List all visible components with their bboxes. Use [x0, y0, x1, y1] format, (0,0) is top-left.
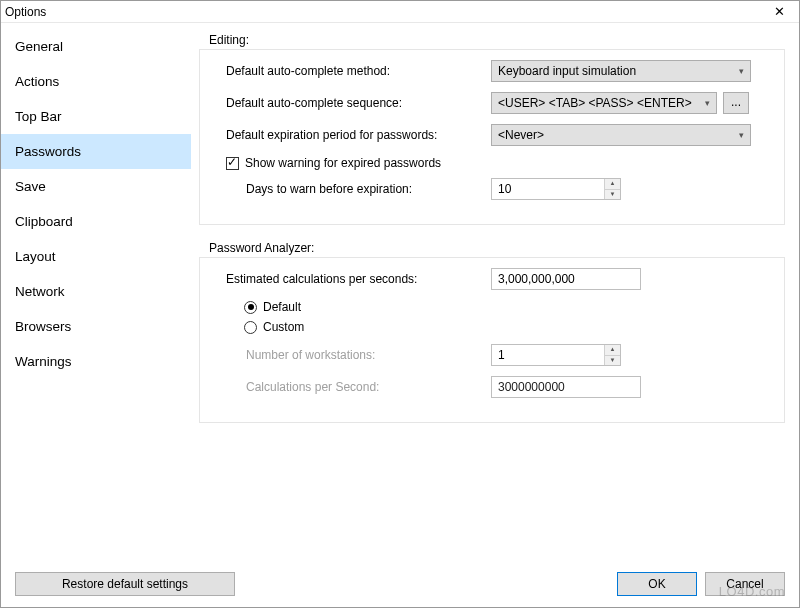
autocomplete-method-dropdown[interactable]: Keyboard input simulation ▾ — [491, 60, 751, 82]
row-show-warning: Show warning for expired passwords — [226, 156, 772, 170]
sidebar: General Actions Top Bar Passwords Save C… — [1, 23, 191, 561]
calc-input[interactable]: 3,000,000,000 — [491, 268, 641, 290]
radio-default-label: Default — [263, 300, 301, 314]
editing-group: Default auto-complete method: Keyboard i… — [199, 49, 785, 225]
days-warn-value: 10 — [492, 182, 604, 196]
sequence-ellipsis-button[interactable]: ... — [723, 92, 749, 114]
analyzer-group: Estimated calculations per seconds: 3,00… — [199, 257, 785, 423]
days-warn-input[interactable]: 10 ▲ ▼ — [491, 178, 621, 200]
row-autocomplete-sequence: Default auto-complete sequence: <USER> <… — [226, 92, 772, 114]
row-expiration: Default expiration period for passwords:… — [226, 124, 772, 146]
row-radio-custom: Custom — [244, 320, 772, 334]
sidebar-item-passwords[interactable]: Passwords — [1, 134, 191, 169]
sidebar-item-clipboard[interactable]: Clipboard — [1, 204, 191, 239]
radio-default[interactable] — [244, 301, 257, 314]
analyzer-heading: Password Analyzer: — [209, 241, 785, 255]
ok-button[interactable]: OK — [617, 572, 697, 596]
row-calc: Estimated calculations per seconds: 3,00… — [226, 268, 772, 290]
row-cps: Calculations per Second: 3000000000 — [226, 376, 772, 398]
sidebar-item-actions[interactable]: Actions — [1, 64, 191, 99]
calc-label: Estimated calculations per seconds: — [226, 272, 491, 286]
titlebar: Options ✕ — [1, 1, 799, 23]
row-radio-default: Default — [244, 300, 772, 314]
workstations-value: 1 — [492, 348, 604, 362]
restore-defaults-button[interactable]: Restore default settings — [15, 572, 235, 596]
sidebar-item-browsers[interactable]: Browsers — [1, 309, 191, 344]
spinner-down-icon[interactable]: ▼ — [605, 356, 620, 366]
cps-input[interactable]: 3000000000 — [491, 376, 641, 398]
autocomplete-method-label: Default auto-complete method: — [226, 64, 491, 78]
chevron-down-icon: ▾ — [705, 98, 710, 108]
calc-value: 3,000,000,000 — [492, 272, 640, 286]
spinner-down-icon[interactable]: ▼ — [605, 190, 620, 200]
spinner: ▲ ▼ — [604, 179, 620, 199]
sidebar-item-layout[interactable]: Layout — [1, 239, 191, 274]
radio-custom[interactable] — [244, 321, 257, 334]
days-warn-label: Days to warn before expiration: — [226, 182, 491, 196]
chevron-down-icon: ▾ — [739, 130, 744, 140]
sidebar-item-top-bar[interactable]: Top Bar — [1, 99, 191, 134]
dropdown-value: Keyboard input simulation — [498, 64, 636, 78]
sidebar-item-warnings[interactable]: Warnings — [1, 344, 191, 379]
expiration-dropdown[interactable]: <Never> ▾ — [491, 124, 751, 146]
cps-value: 3000000000 — [492, 380, 640, 394]
autocomplete-sequence-label: Default auto-complete sequence: — [226, 96, 491, 110]
show-warning-label: Show warning for expired passwords — [245, 156, 441, 170]
row-workstations: Number of workstations: 1 ▲ ▼ — [226, 344, 772, 366]
expiration-label: Default expiration period for passwords: — [226, 128, 491, 142]
show-warning-checkbox[interactable] — [226, 157, 239, 170]
dropdown-value: <USER> <TAB> <PASS> <ENTER> — [498, 96, 692, 110]
window-title: Options — [5, 5, 46, 19]
spinner: ▲ ▼ — [604, 345, 620, 365]
radio-custom-label: Custom — [263, 320, 304, 334]
workstations-label: Number of workstations: — [226, 348, 491, 362]
sidebar-item-general[interactable]: General — [1, 29, 191, 64]
spinner-up-icon[interactable]: ▲ — [605, 179, 620, 190]
sidebar-item-network[interactable]: Network — [1, 274, 191, 309]
editing-heading: Editing: — [209, 33, 785, 47]
row-days-warn: Days to warn before expiration: 10 ▲ ▼ — [226, 178, 772, 200]
content-area: General Actions Top Bar Passwords Save C… — [1, 23, 799, 561]
autocomplete-sequence-dropdown[interactable]: <USER> <TAB> <PASS> <ENTER> ▾ — [491, 92, 717, 114]
workstations-input[interactable]: 1 ▲ ▼ — [491, 344, 621, 366]
sidebar-item-save[interactable]: Save — [1, 169, 191, 204]
row-autocomplete-method: Default auto-complete method: Keyboard i… — [226, 60, 772, 82]
footer: Restore default settings OK Cancel — [1, 561, 799, 607]
spinner-up-icon[interactable]: ▲ — [605, 345, 620, 356]
dropdown-value: <Never> — [498, 128, 544, 142]
close-icon[interactable]: ✕ — [765, 4, 793, 19]
main-panel: Editing: Default auto-complete method: K… — [191, 23, 799, 561]
cancel-button[interactable]: Cancel — [705, 572, 785, 596]
options-window: Options ✕ General Actions Top Bar Passwo… — [0, 0, 800, 608]
cps-label: Calculations per Second: — [226, 380, 491, 394]
chevron-down-icon: ▾ — [739, 66, 744, 76]
